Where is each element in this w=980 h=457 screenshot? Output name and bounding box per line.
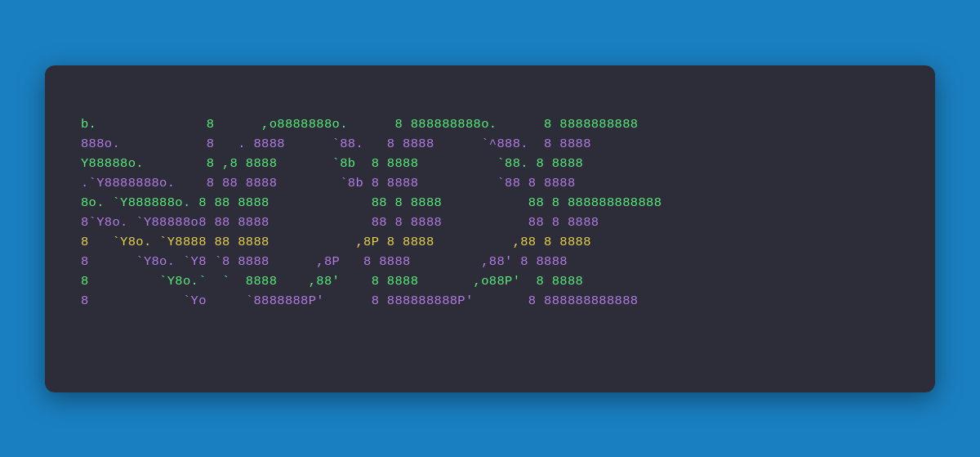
ascii-line-1: b. 8 ,o8888888o. 8 888888888o. 8 8888888… (81, 117, 638, 132)
ascii-line-3: Y88888o. 8 ,8 8888 `8b 8 8888 `88. 8 888… (81, 156, 583, 171)
ascii-line-8: 8 `Y8o. `Y8 `8 8888 ,8P 8 8888 ,88' 8 88… (81, 254, 568, 269)
terminal-window: b. 8 ,o8888888o. 8 888888888o. 8 8888888… (45, 65, 935, 392)
ascii-line-2: 888o. 8 . 8888 `88. 8 8888 `^888. 8 8888 (81, 137, 591, 151)
ascii-line-4: .`Y8888888o. 8 88 8888 `8b 8 8888 `88 8 … (81, 176, 576, 190)
ascii-line-6: 8`Y8o. `Y88888o8 88 8888 88 8 8888 88 8 … (81, 215, 599, 230)
ascii-line-7: 8 `Y8o. `Y8888 88 8888 ,8P 8 8888 ,88 8 … (81, 235, 591, 249)
ascii-line-10: 8 `Yo `8888888P' 8 888888888P' 8 8888888… (81, 293, 638, 308)
ascii-line-5: 8o. `Y888888o. 8 88 8888 88 8 8888 88 8 … (81, 195, 662, 210)
ascii-line-9: 8 `Y8o.` ` 8888 ,88' 8 8888 ,o88P' 8 888… (81, 274, 583, 289)
ascii-art-display: b. 8 ,o8888888o. 8 888888888o. 8 8888888… (81, 95, 899, 330)
